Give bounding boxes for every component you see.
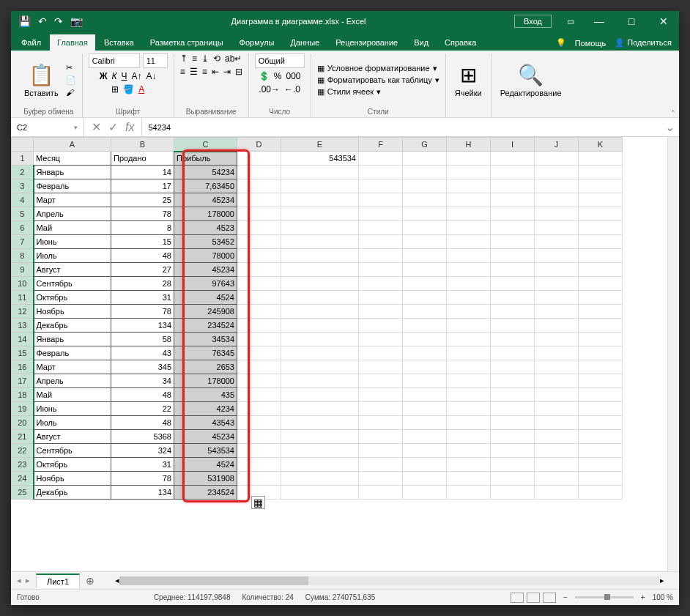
- spreadsheet-grid[interactable]: ABCDEFGHIJK1МесяцПроданоПрибыль5435342Ян…: [11, 137, 679, 571]
- cell-blank[interactable]: [237, 166, 281, 179]
- cell-B1[interactable]: Продано: [111, 152, 174, 166]
- tab-формулы[interactable]: Формулы: [232, 34, 282, 51]
- cell-E1[interactable]: 543534: [281, 152, 359, 166]
- cell-B8[interactable]: 48: [111, 249, 174, 263]
- cell-C13[interactable]: 234524: [174, 319, 237, 333]
- cell-B24[interactable]: 78: [111, 472, 174, 486]
- paste-button[interactable]: 📋 Вставить: [21, 62, 62, 99]
- fill-color-icon[interactable]: 🪣: [123, 84, 134, 94]
- maximize-button[interactable]: □: [616, 11, 647, 31]
- cell-blank[interactable]: [535, 235, 579, 249]
- cell-blank[interactable]: [491, 166, 535, 179]
- cell-blank[interactable]: [281, 430, 359, 444]
- cell-blank[interactable]: [491, 291, 535, 305]
- redo-icon[interactable]: ↷: [54, 15, 63, 27]
- cell-B25[interactable]: 134: [111, 486, 174, 500]
- col-header-C[interactable]: C: [174, 138, 237, 152]
- cell-C25[interactable]: 234524: [174, 486, 237, 500]
- cell-B2[interactable]: 14: [111, 166, 174, 179]
- cell-blank[interactable]: [579, 166, 623, 179]
- row-header-11[interactable]: 11: [12, 291, 34, 305]
- cell-blank[interactable]: [237, 263, 281, 277]
- cell-blank[interactable]: [579, 388, 623, 402]
- cell-blank[interactable]: [237, 333, 281, 346]
- border-icon[interactable]: ⊞: [111, 84, 119, 94]
- cell-A3[interactable]: Февраль: [34, 179, 111, 193]
- cell-blank[interactable]: [491, 374, 535, 388]
- cell-blank[interactable]: [491, 402, 535, 416]
- cell-blank[interactable]: [237, 388, 281, 402]
- cell-blank[interactable]: [447, 305, 491, 319]
- cell-blank[interactable]: [359, 374, 403, 388]
- cell-blank[interactable]: [535, 207, 579, 221]
- cell-blank[interactable]: [237, 346, 281, 360]
- cell-blank[interactable]: [237, 402, 281, 416]
- cell-blank[interactable]: [491, 207, 535, 221]
- cell-blank[interactable]: [447, 193, 491, 207]
- row-header-12[interactable]: 12: [12, 305, 34, 319]
- cell-blank[interactable]: [403, 486, 447, 500]
- fx-icon[interactable]: fx: [125, 121, 134, 134]
- cell-blank[interactable]: [281, 360, 359, 374]
- cell-blank[interactable]: [447, 416, 491, 430]
- cell-blank[interactable]: [281, 416, 359, 430]
- align-top-icon[interactable]: ⤒: [180, 53, 188, 64]
- cell-blank[interactable]: [535, 444, 579, 458]
- cell-blank[interactable]: [491, 444, 535, 458]
- cell-blank[interactable]: [403, 249, 447, 263]
- cell-C6[interactable]: 4523: [174, 221, 237, 235]
- col-header-K[interactable]: K: [579, 138, 623, 152]
- cell-C24[interactable]: 531908: [174, 472, 237, 486]
- cell-blank[interactable]: [237, 277, 281, 291]
- cell-blank[interactable]: [491, 277, 535, 291]
- cell-blank[interactable]: [535, 333, 579, 346]
- cell-A23[interactable]: Октябрь: [34, 458, 111, 472]
- cell-blank[interactable]: [281, 207, 359, 221]
- cell-blank[interactable]: [403, 291, 447, 305]
- cell-B23[interactable]: 31: [111, 458, 174, 472]
- cell-blank[interactable]: [281, 277, 359, 291]
- comma-icon[interactable]: 000: [286, 71, 300, 81]
- cell-blank[interactable]: [579, 221, 623, 235]
- tab-справка[interactable]: Справка: [437, 34, 483, 51]
- cell-A21[interactable]: Август: [34, 430, 111, 444]
- cell-C11[interactable]: 4524: [174, 291, 237, 305]
- cell-blank[interactable]: [491, 319, 535, 333]
- cell-C21[interactable]: 45234: [174, 430, 237, 444]
- cell-blank[interactable]: [447, 166, 491, 179]
- cell-blank[interactable]: [237, 291, 281, 305]
- expand-formula-icon[interactable]: ⌄: [661, 120, 679, 134]
- cell-blank[interactable]: [403, 444, 447, 458]
- tab-вид[interactable]: Вид: [407, 34, 436, 51]
- decrease-decimal-icon[interactable]: ←.0: [284, 84, 300, 94]
- cell-A20[interactable]: Июль: [34, 416, 111, 430]
- cell-blank[interactable]: [281, 263, 359, 277]
- row-header-13[interactable]: 13: [12, 319, 34, 333]
- select-all-corner[interactable]: [12, 138, 34, 152]
- cell-blank[interactable]: [403, 221, 447, 235]
- cell-C12[interactable]: 245908: [174, 305, 237, 319]
- cell-blank[interactable]: [403, 430, 447, 444]
- orientation-icon[interactable]: ⟲: [213, 53, 220, 64]
- cell-blank[interactable]: [579, 486, 623, 500]
- cell-blank[interactable]: [237, 430, 281, 444]
- cell-blank[interactable]: [359, 388, 403, 402]
- cell-blank[interactable]: [535, 305, 579, 319]
- cell-A18[interactable]: Май: [34, 388, 111, 402]
- cell-blank[interactable]: [491, 193, 535, 207]
- cell-A12[interactable]: Ноябрь: [34, 305, 111, 319]
- cell-blank[interactable]: [447, 346, 491, 360]
- cell-blank[interactable]: [579, 249, 623, 263]
- row-header-10[interactable]: 10: [12, 277, 34, 291]
- cell-A13[interactable]: Декабрь: [34, 319, 111, 333]
- cell-blank[interactable]: [447, 263, 491, 277]
- cell-blank[interactable]: [535, 360, 579, 374]
- row-header-5[interactable]: 5: [12, 207, 34, 221]
- align-bottom-icon[interactable]: ⤓: [201, 53, 209, 64]
- cell-blank[interactable]: [535, 249, 579, 263]
- cell-A10[interactable]: Сентябрь: [34, 277, 111, 291]
- cell-blank[interactable]: [403, 179, 447, 193]
- cell-blank[interactable]: [359, 333, 403, 346]
- percent-icon[interactable]: %: [274, 71, 282, 81]
- cell-blank[interactable]: [281, 388, 359, 402]
